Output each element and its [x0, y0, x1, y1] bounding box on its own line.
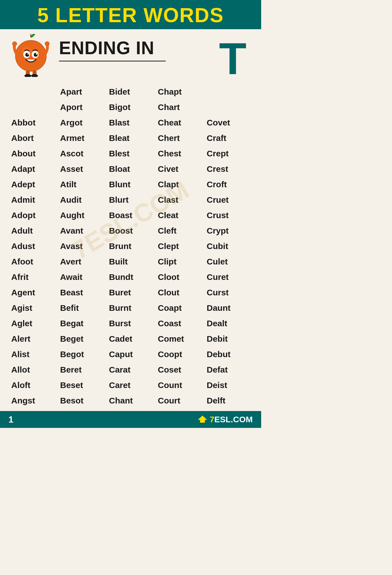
svg-point-6	[28, 53, 29, 55]
word-item: Clept	[155, 238, 204, 254]
word-item: Defat	[204, 362, 253, 377]
word-item: Apart	[57, 84, 106, 99]
word-item: Aloft	[8, 377, 57, 393]
word-item: Avant	[57, 223, 106, 238]
word-item: Crest	[204, 161, 253, 177]
svg-point-8	[12, 42, 17, 46]
word-item: Aught	[57, 207, 106, 223]
svg-point-4	[25, 53, 29, 57]
col4-top: Chapt Chart	[155, 84, 204, 115]
word-item: Avast	[57, 238, 106, 254]
word-item: Boost	[106, 223, 155, 238]
big-t-container: T T	[219, 35, 253, 81]
word-item: Clapt	[155, 177, 204, 192]
word-item: Buret	[106, 285, 155, 300]
word-item: Craft	[204, 130, 253, 146]
big-letter: T T	[219, 36, 247, 81]
word-item: Adept	[8, 177, 57, 192]
svg-point-9	[45, 42, 49, 46]
word-item: Carat	[106, 362, 155, 377]
page-number: 1	[8, 414, 13, 425]
word-item: Beget	[57, 331, 106, 346]
word-item: Dealt	[204, 316, 253, 331]
word-item: Argot	[57, 115, 106, 130]
word-item: Civet	[155, 161, 204, 177]
footer-logo-text: 7ESL.COM	[210, 415, 253, 424]
word-item: Deist	[204, 377, 253, 393]
logo-icon	[197, 415, 208, 424]
top-partial-row: Apart Aport Bidet Bigot Chapt Chart	[8, 84, 253, 115]
word-item: Armet	[57, 130, 106, 146]
word-item: Atilt	[57, 177, 106, 192]
word-item: Blest	[106, 146, 155, 161]
word-item: Covet	[204, 115, 253, 130]
word-item: Burst	[106, 316, 155, 331]
word-item: Chant	[106, 393, 155, 408]
word-item: Bigot	[106, 99, 155, 115]
word-item: Allot	[8, 362, 57, 377]
word-item: Await	[57, 269, 106, 285]
word-item: About	[8, 146, 57, 161]
word-item: Debit	[204, 331, 253, 346]
svg-point-13	[31, 74, 38, 77]
word-item: Crept	[204, 146, 253, 161]
word-item: Comet	[155, 331, 204, 346]
svg-point-5	[34, 53, 38, 57]
word-item: Admit	[8, 192, 57, 207]
word-item: Count	[155, 377, 204, 393]
svg-point-7	[36, 53, 37, 55]
word-item: Blast	[106, 115, 155, 130]
word-item: Chart	[155, 99, 204, 115]
word-item: Clipt	[155, 254, 204, 269]
col3-top: Bidet Bigot	[106, 84, 155, 115]
word-item: Culet	[204, 254, 253, 269]
word-item: Cubit	[204, 238, 253, 254]
word-item: Adult	[8, 223, 57, 238]
word-item: Adust	[8, 238, 57, 254]
word-item: Court	[155, 393, 204, 408]
word-item: Ascot	[57, 146, 106, 161]
svg-marker-14	[198, 416, 207, 420]
word-item: Croft	[204, 177, 253, 192]
word-item: Asset	[57, 161, 106, 177]
footer: 1 7ESL.COM	[0, 411, 261, 428]
ending-in-text: ENDING IN	[59, 38, 219, 58]
word-item: Delft	[204, 393, 253, 408]
word-item: Beast	[57, 285, 106, 300]
word-item: Chert	[155, 130, 204, 146]
word-item: Clast	[155, 192, 204, 207]
words-grid: AbbotArgotBlastCheatCovetAbortArmetBleat…	[8, 115, 253, 408]
words-section: Apart Aport Bidet Bigot Chapt Chart Abbo…	[8, 84, 253, 408]
word-item: Agist	[8, 300, 57, 316]
logo-esl: ESL.COM	[214, 415, 253, 424]
word-item: Cleft	[155, 223, 204, 238]
word-item: Aglet	[8, 316, 57, 331]
word-item: Crypt	[204, 223, 253, 238]
svg-point-12	[24, 74, 31, 77]
word-item: Avert	[57, 254, 106, 269]
svg-point-0	[15, 40, 46, 71]
word-item: Coset	[155, 362, 204, 377]
word-item: Bloat	[106, 161, 155, 177]
word-item: Caret	[106, 377, 155, 393]
word-item: Afoot	[8, 254, 57, 269]
word-item: Adapt	[8, 161, 57, 177]
word-item: Cleat	[155, 207, 204, 223]
word-item: Begat	[57, 316, 106, 331]
word-item: Afrit	[8, 269, 57, 285]
logo-seven: 7	[210, 415, 215, 424]
word-item: Blunt	[106, 177, 155, 192]
word-item: Coopt	[155, 346, 204, 362]
col1-spacer	[8, 84, 57, 115]
ending-in-underline	[59, 61, 166, 61]
word-item: Caput	[106, 346, 155, 362]
footer-logo: 7ESL.COM	[197, 415, 253, 424]
word-item: Audit	[57, 192, 106, 207]
word-item: Clout	[155, 285, 204, 300]
word-item: Daunt	[204, 300, 253, 316]
word-item: Blurt	[106, 192, 155, 207]
word-item: Coapt	[155, 300, 204, 316]
word-item: Cloot	[155, 269, 204, 285]
col2-top: Apart Aport	[57, 84, 106, 115]
word-item: Agent	[8, 285, 57, 300]
